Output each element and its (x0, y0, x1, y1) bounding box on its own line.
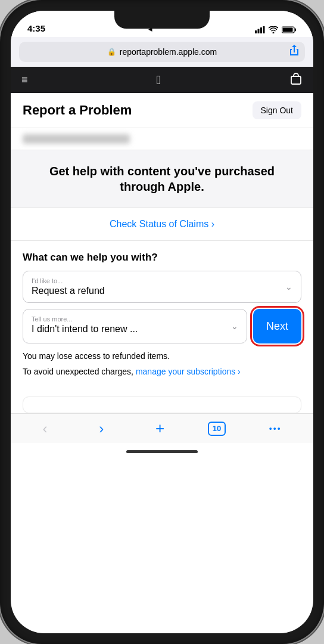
warning-text: You may lose access to refunded items. (23, 351, 301, 363)
subscription-prefix: To avoid unexpected charges, (23, 367, 136, 376)
svg-rect-1 (258, 29, 260, 34)
bottom-toolbar: ‹ › + 10 ••• (11, 413, 313, 443)
address-bar[interactable]: 🔒 reportaproblem.apple.com (19, 42, 305, 62)
partial-card (23, 397, 301, 413)
wifi-icon (269, 26, 278, 33)
status-time: 4:35 (27, 23, 45, 33)
svg-rect-7 (291, 76, 301, 84)
next-button[interactable]: Next (253, 309, 301, 343)
page-header: Report a Problem Sign Out (11, 93, 313, 128)
refund-type-dropdown[interactable]: I'd like to... Request a refund ⌄ (23, 271, 301, 303)
blurred-email-section (11, 128, 313, 150)
svg-rect-3 (263, 26, 265, 33)
apple-logo:  (157, 73, 161, 87)
phone-screen: 4:35 ◂ (11, 11, 313, 633)
refund-type-dropdown-wrapper: I'd like to... Request a refund ⌄ (23, 271, 301, 303)
help-section: What can we help you with? I'd like to..… (11, 241, 313, 388)
forward-button[interactable]: › (91, 416, 112, 442)
subscription-text: To avoid unexpected charges, manage your… (23, 366, 301, 378)
hero-text: Get help with content you've purchased t… (29, 163, 295, 194)
signal-icon (255, 26, 265, 33)
svg-rect-2 (260, 27, 262, 33)
hero-section: Get help with content you've purchased t… (11, 150, 313, 208)
add-tab-button[interactable]: + (147, 414, 173, 442)
home-bar (11, 443, 313, 460)
browser-chrome: 🔒 reportaproblem.apple.com (11, 37, 313, 67)
dropdown2-chevron-icon: ⌄ (231, 321, 238, 331)
reason-row: Tell us more... I didn't intend to renew… (23, 309, 301, 343)
dropdown1-label: I'd like to... (32, 277, 292, 284)
address-url: reportaproblem.apple.com (120, 47, 217, 57)
phone-frame: 4:35 ◂ (0, 0, 324, 644)
blurred-email-text (23, 134, 130, 144)
dropdown2-value: I didn't intend to renew ... (32, 324, 238, 335)
lock-icon: 🔒 (107, 48, 116, 56)
claims-section: Check Status of Claims › (11, 208, 313, 241)
share-button[interactable] (289, 45, 299, 60)
dropdown1-value: Request a refund (32, 286, 292, 296)
page-title: Report a Problem (23, 103, 132, 118)
manage-subscriptions-link[interactable]: manage your subscriptions › (136, 367, 241, 376)
svg-rect-0 (255, 30, 257, 33)
svg-rect-5 (295, 29, 296, 32)
nav-bar: ≡  (11, 67, 313, 93)
claims-link[interactable]: Check Status of Claims › (110, 219, 214, 229)
home-bar-line (126, 450, 198, 453)
back-button[interactable]: ‹ (34, 416, 55, 442)
shopping-bag-icon[interactable] (289, 72, 303, 88)
dropdown2-label: Tell us more... (32, 315, 238, 323)
next-button-wrapper: Next (253, 309, 301, 343)
more-button[interactable]: ••• (261, 419, 290, 438)
battery-icon (282, 26, 297, 33)
help-question: What can we help you with? (23, 252, 301, 264)
phone-notch (114, 11, 210, 29)
hamburger-menu-icon[interactable]: ≡ (21, 74, 28, 86)
sign-out-button[interactable]: Sign Out (253, 101, 301, 119)
status-icons (255, 26, 297, 33)
tabs-count[interactable]: 10 (208, 422, 226, 436)
page-content: Report a Problem Sign Out Get help with … (11, 93, 313, 413)
dropdown1-chevron-icon: ⌄ (285, 282, 292, 292)
svg-rect-6 (283, 28, 293, 32)
reason-dropdown[interactable]: Tell us more... I didn't intend to renew… (23, 309, 247, 343)
